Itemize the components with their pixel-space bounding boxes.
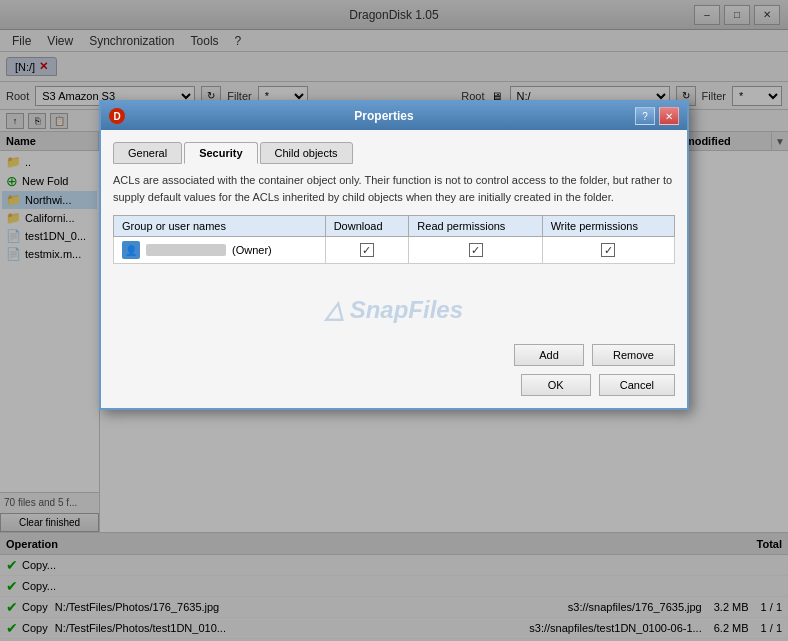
write-checkbox[interactable]	[601, 243, 615, 257]
add-button[interactable]: Add	[514, 344, 584, 366]
tab-general[interactable]: General	[113, 142, 182, 164]
modal-body: General Security Child objects ACLs are …	[101, 130, 687, 408]
modal-title-controls: ? ✕	[635, 107, 679, 125]
read-checkbox-cell	[409, 237, 542, 264]
user-cell: 👤 (Owner)	[114, 237, 326, 264]
col-read: Read permissions	[409, 216, 542, 237]
tab-security[interactable]: Security	[184, 142, 257, 164]
cancel-button[interactable]: Cancel	[599, 374, 675, 396]
modal-footer-bottom: OK Cancel	[113, 374, 675, 396]
write-checkbox-cell	[542, 237, 674, 264]
modal-title: Properties	[133, 109, 635, 123]
modal-tabs: General Security Child objects	[113, 142, 675, 164]
col-download: Download	[325, 216, 409, 237]
user-name-blurred	[146, 244, 226, 256]
modal-overlay: D Properties ? ✕ General Security Child …	[0, 0, 788, 641]
watermark-area: △ SnapFiles	[113, 276, 675, 344]
table-row: 👤 (Owner)	[114, 237, 675, 264]
download-checkbox[interactable]	[360, 243, 374, 257]
modal-footer-top: Add Remove	[113, 344, 675, 366]
user-avatar-icon: 👤	[122, 241, 140, 259]
col-write: Write permissions	[542, 216, 674, 237]
acl-description: ACLs are associated with the container o…	[113, 172, 675, 205]
tab-child-objects[interactable]: Child objects	[260, 142, 353, 164]
owner-label: (Owner)	[232, 244, 272, 256]
modal-help-button[interactable]: ?	[635, 107, 655, 125]
modal-title-bar: D Properties ? ✕	[101, 102, 687, 130]
download-checkbox-cell	[325, 237, 409, 264]
modal-app-icon: D	[109, 108, 125, 124]
read-checkbox[interactable]	[469, 243, 483, 257]
snapfiles-watermark: △ SnapFiles	[325, 296, 463, 323]
permissions-table: Group or user names Download Read permis…	[113, 215, 675, 264]
col-group-user: Group or user names	[114, 216, 326, 237]
properties-dialog: D Properties ? ✕ General Security Child …	[99, 100, 689, 410]
modal-close-button[interactable]: ✕	[659, 107, 679, 125]
remove-button[interactable]: Remove	[592, 344, 675, 366]
ok-button[interactable]: OK	[521, 374, 591, 396]
